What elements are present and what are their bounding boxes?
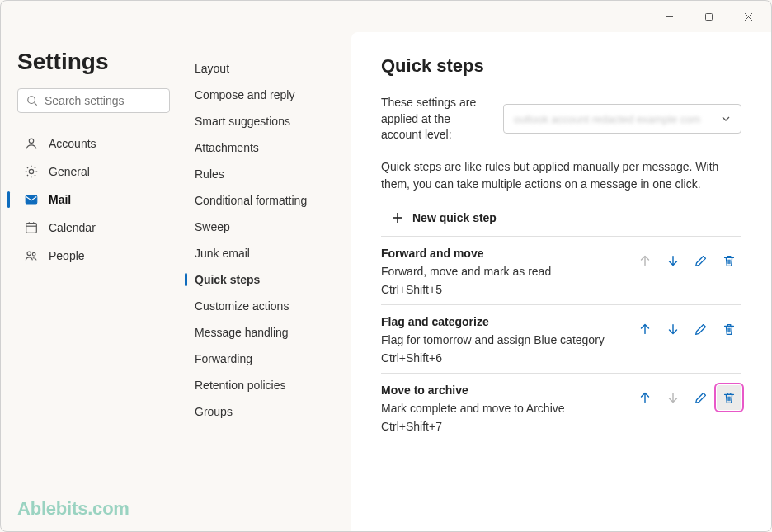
svg-point-13 xyxy=(27,252,31,256)
subnav-item-sweep[interactable]: Sweep xyxy=(185,214,345,240)
step-description: Flag for tomorrow and assign Blue catego… xyxy=(381,333,605,346)
page-title: Quick steps xyxy=(381,55,741,77)
new-quick-step-button[interactable]: New quick step xyxy=(381,205,741,231)
svg-line-5 xyxy=(35,103,37,106)
maximize-button[interactable] xyxy=(692,5,725,28)
delete-button[interactable] xyxy=(717,317,741,341)
step-shortcut: Ctrl+Shift+6 xyxy=(381,351,741,365)
new-step-label: New quick step xyxy=(412,211,497,224)
step-shortcut: Ctrl+Shift+5 xyxy=(381,283,741,296)
plus-icon xyxy=(391,211,404,224)
move-down-button[interactable] xyxy=(661,248,685,273)
nav-label: Calendar xyxy=(49,221,96,234)
step-actions xyxy=(633,248,741,273)
move-up-button[interactable] xyxy=(633,317,657,341)
settings-sidebar: Settings Accounts General xyxy=(1,32,178,531)
move-down-button xyxy=(661,385,685,410)
quick-step-item: Move to archiveMark complete and move to… xyxy=(381,373,741,441)
subnav-item-attachments[interactable]: Attachments xyxy=(185,134,345,161)
chevron-down-icon xyxy=(721,114,731,124)
primary-nav: Accounts General Mail Calendar xyxy=(17,129,170,270)
delete-button[interactable] xyxy=(717,385,741,410)
account-scope-label: These settings are applied at the accoun… xyxy=(381,95,488,144)
subnav-item-layout[interactable]: Layout xyxy=(185,55,345,82)
search-input[interactable] xyxy=(45,94,189,107)
nav-mail[interactable]: Mail xyxy=(17,186,170,214)
quick-step-item: Forward and moveForward, move and mark a… xyxy=(381,236,741,304)
subnav-item-rules[interactable]: Rules xyxy=(185,161,345,187)
content-panel: Quick steps These settings are applied a… xyxy=(351,32,771,531)
close-button[interactable] xyxy=(732,5,765,28)
subnav-item-groups[interactable]: Groups xyxy=(185,398,345,425)
step-shortcut: Ctrl+Shift+7 xyxy=(381,420,741,433)
page-description: Quick steps are like rules but applied m… xyxy=(381,158,741,193)
account-scope-row: These settings are applied at the accoun… xyxy=(381,95,741,144)
svg-point-4 xyxy=(28,97,35,104)
minimize-button[interactable] xyxy=(652,5,685,28)
people-icon xyxy=(24,248,39,263)
nav-people[interactable]: People xyxy=(17,242,170,270)
svg-point-14 xyxy=(32,252,35,256)
subnav-item-message-handling[interactable]: Message handling xyxy=(185,319,345,346)
subnav-item-compose-and-reply[interactable]: Compose and reply xyxy=(185,82,345,108)
subnav-item-customize-actions[interactable]: Customize actions xyxy=(185,293,345,319)
delete-button[interactable] xyxy=(717,248,741,273)
nav-label: General xyxy=(49,165,90,178)
window-titlebar xyxy=(1,1,771,32)
nav-label: Mail xyxy=(49,193,71,206)
edit-button[interactable] xyxy=(689,317,713,341)
nav-label: Accounts xyxy=(49,137,96,150)
gear-icon xyxy=(24,164,39,179)
subnav-item-quick-steps[interactable]: Quick steps xyxy=(185,266,345,293)
subnav-item-forwarding[interactable]: Forwarding xyxy=(185,346,345,372)
person-icon xyxy=(24,136,39,151)
move-up-button[interactable] xyxy=(633,385,657,410)
svg-point-7 xyxy=(29,169,33,173)
move-up-button xyxy=(633,248,657,273)
step-description: Mark complete and move to Archive xyxy=(381,402,565,415)
step-title: Forward and move xyxy=(381,247,551,260)
step-actions xyxy=(633,317,741,341)
quick-step-item: Flag and categorizeFlag for tomorrow and… xyxy=(381,304,741,373)
mail-subnav: LayoutCompose and replySmart suggestions… xyxy=(178,32,351,531)
svg-rect-8 xyxy=(26,195,37,204)
step-description: Forward, move and mark as read xyxy=(381,265,551,278)
edit-button[interactable] xyxy=(689,385,713,410)
subnav-item-junk-email[interactable]: Junk email xyxy=(185,240,345,266)
svg-rect-1 xyxy=(705,13,712,20)
nav-calendar[interactable]: Calendar xyxy=(17,214,170,242)
subnav-item-smart-suggestions[interactable]: Smart suggestions xyxy=(185,108,345,134)
calendar-icon xyxy=(24,220,39,235)
move-down-button[interactable] xyxy=(661,317,685,341)
search-settings-box[interactable] xyxy=(17,88,170,113)
svg-point-6 xyxy=(29,139,33,143)
svg-rect-9 xyxy=(26,224,37,233)
settings-title: Settings xyxy=(17,49,170,75)
account-dropdown[interactable]: outlook account redacted example com xyxy=(503,104,741,134)
nav-general[interactable]: General xyxy=(17,158,170,186)
step-actions xyxy=(633,385,741,410)
step-title: Flag and categorize xyxy=(381,315,605,328)
watermark: Ablebits.com xyxy=(17,498,129,520)
mail-icon xyxy=(24,192,39,207)
search-icon xyxy=(26,95,38,106)
edit-button[interactable] xyxy=(689,248,713,273)
account-value: outlook account redacted example com xyxy=(514,113,700,125)
nav-label: People xyxy=(49,249,85,262)
nav-accounts[interactable]: Accounts xyxy=(17,129,170,158)
subnav-item-retention-policies[interactable]: Retention policies xyxy=(185,372,345,398)
step-title: Move to archive xyxy=(381,384,565,397)
subnav-item-conditional-formatting[interactable]: Conditional formatting xyxy=(185,187,345,214)
